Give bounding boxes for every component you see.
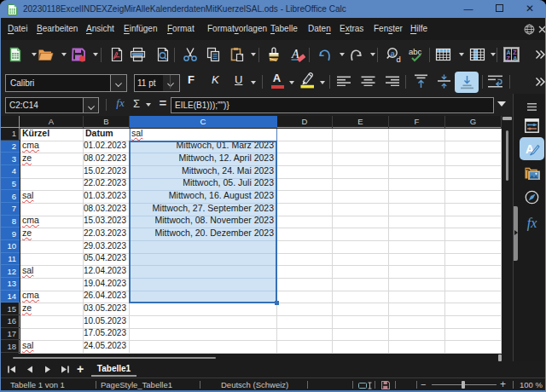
cell-A11[interactable] — [20, 254, 84, 267]
cell-G3[interactable] — [445, 153, 502, 166]
dropdown-arrow-icon[interactable] — [61, 53, 67, 56]
language[interactable]: Deutsch (Schweiz) — [221, 378, 288, 391]
font-size-dropdown[interactable] — [163, 75, 179, 91]
sort-button[interactable]: AZZA — [502, 46, 520, 66]
dropdown-arrow-icon[interactable] — [320, 81, 325, 84]
column-header-g[interactable]: G — [445, 116, 502, 128]
row-header-2[interactable]: 2 — [0, 141, 20, 153]
cell-E4[interactable] — [333, 166, 389, 179]
cell-E18[interactable] — [333, 341, 389, 354]
sidebar-collapse-grip[interactable] — [514, 206, 518, 261]
cell-A3[interactable]: ze — [20, 153, 84, 166]
cell-F18[interactable] — [389, 341, 445, 354]
cell-E5[interactable] — [333, 179, 389, 192]
cell-D6[interactable] — [277, 191, 333, 204]
cell-D11[interactable] — [277, 254, 333, 267]
globe-icon[interactable] — [524, 24, 535, 35]
menu-daten[interactable]: Daten — [308, 18, 331, 40]
row-header-14[interactable]: 14 — [0, 291, 20, 303]
cell-E10[interactable] — [333, 241, 389, 254]
toolbar-overflow-button[interactable] — [535, 47, 545, 66]
cell-C16[interactable] — [130, 316, 277, 329]
dropdown-arrow-icon[interactable] — [459, 53, 464, 56]
cell-D13[interactable] — [277, 279, 333, 291]
cell-B13[interactable]: 19.04.2023 — [84, 279, 130, 291]
cell-E11[interactable] — [333, 254, 389, 267]
cell-G18[interactable] — [445, 341, 502, 354]
cell-F5[interactable] — [389, 179, 445, 192]
cell-B4[interactable]: 15.02.2023 — [84, 166, 130, 179]
next-sheet-button[interactable] — [43, 361, 53, 378]
cell-E15[interactable] — [333, 303, 389, 316]
italic-button[interactable]: K — [212, 73, 219, 86]
cell-D14[interactable] — [277, 291, 333, 304]
cell-B10[interactable]: 29.03.2023 — [84, 241, 130, 254]
cell-B5[interactable]: 22.02.2023 — [84, 179, 130, 192]
cell-G14[interactable] — [445, 291, 502, 304]
cell-F9[interactable] — [389, 228, 445, 241]
row-header-9[interactable]: 9 — [0, 228, 20, 240]
cell-G8[interactable] — [445, 216, 502, 229]
cut-button[interactable] — [183, 47, 198, 66]
cell-F13[interactable] — [389, 279, 445, 291]
cell-B18[interactable]: 24.05.2023 — [84, 341, 130, 354]
function-wizard-button[interactable]: fx — [113, 96, 128, 113]
vertical-split-handle[interactable] — [502, 117, 512, 120]
cell-G9[interactable] — [445, 228, 502, 241]
row-header-10[interactable]: 10 — [0, 240, 20, 253]
cell-C1[interactable]: sal — [130, 129, 277, 141]
cell-F12[interactable] — [389, 266, 445, 279]
row-header-1[interactable]: 1 — [0, 128, 20, 141]
align-right-button[interactable] — [385, 74, 399, 89]
cell-D2[interactable] — [277, 141, 333, 154]
row-header-11[interactable]: 11 — [0, 253, 20, 266]
menu-ansicht[interactable]: Ansicht — [86, 18, 114, 40]
menu-einfgen[interactable]: Einfügen — [124, 18, 157, 40]
cell-F8[interactable] — [389, 216, 445, 229]
redo-button[interactable] — [346, 47, 363, 66]
cell-D3[interactable] — [277, 153, 333, 166]
add-sheet-button[interactable]: + — [73, 361, 88, 378]
dropdown-arrow-icon[interactable] — [340, 53, 345, 56]
cell-D17[interactable] — [277, 329, 333, 342]
cell-D15[interactable] — [277, 303, 333, 316]
align-bottom-button-active[interactable] — [455, 72, 479, 93]
sidebar-styles-button[interactable]: A — [520, 137, 544, 160]
dropdown-arrow-icon[interactable] — [93, 53, 98, 56]
cell-E17[interactable] — [333, 329, 389, 342]
insert-rows-button[interactable] — [435, 47, 451, 66]
font-name-dropdown[interactable] — [110, 75, 126, 91]
center-vertically-button[interactable] — [437, 74, 451, 92]
row-header-17[interactable]: 17 — [0, 328, 20, 341]
cell-A15[interactable]: ze — [20, 303, 84, 316]
cell-B17[interactable]: 17.05.2023 — [84, 329, 130, 342]
cell-A9[interactable]: ze — [20, 228, 84, 241]
clear-formatting-button[interactable]: A — [290, 47, 305, 66]
close-button[interactable]: ✕ — [514, 0, 545, 18]
cell-B14[interactable]: 26.04.2023 — [84, 291, 130, 304]
cell-G13[interactable] — [445, 279, 502, 291]
row-header-6[interactable]: 6 — [0, 190, 20, 203]
document-modified-icon[interactable] — [381, 381, 390, 389]
column-header-a[interactable]: A — [20, 116, 84, 128]
dropdown-arrow-icon[interactable] — [289, 81, 294, 84]
highlight-color-button[interactable] — [299, 72, 317, 92]
cell-A4[interactable] — [20, 166, 84, 179]
sum-dropdown[interactable] — [146, 103, 151, 107]
cell-F17[interactable] — [389, 329, 445, 342]
cell-G11[interactable] — [445, 254, 502, 267]
cell-F10[interactable] — [389, 241, 445, 254]
sidebar-properties-button[interactable] — [520, 114, 544, 137]
dropdown-arrow-icon[interactable] — [251, 53, 256, 56]
name-box-dropdown[interactable] — [83, 98, 98, 112]
cell-A14[interactable]: cma — [20, 291, 84, 304]
row-header-5[interactable]: 5 — [0, 178, 20, 191]
sum-button[interactable]: Σ — [130, 97, 143, 112]
cell-F2[interactable] — [389, 141, 445, 154]
previous-sheet-button[interactable] — [25, 361, 35, 378]
last-sheet-button[interactable] — [60, 361, 70, 378]
align-top-button[interactable] — [414, 74, 428, 92]
cell-E13[interactable] — [333, 279, 389, 291]
cell-B3[interactable]: 08.02.2023 — [84, 153, 130, 166]
sidebar-gallery-button[interactable] — [520, 162, 544, 185]
